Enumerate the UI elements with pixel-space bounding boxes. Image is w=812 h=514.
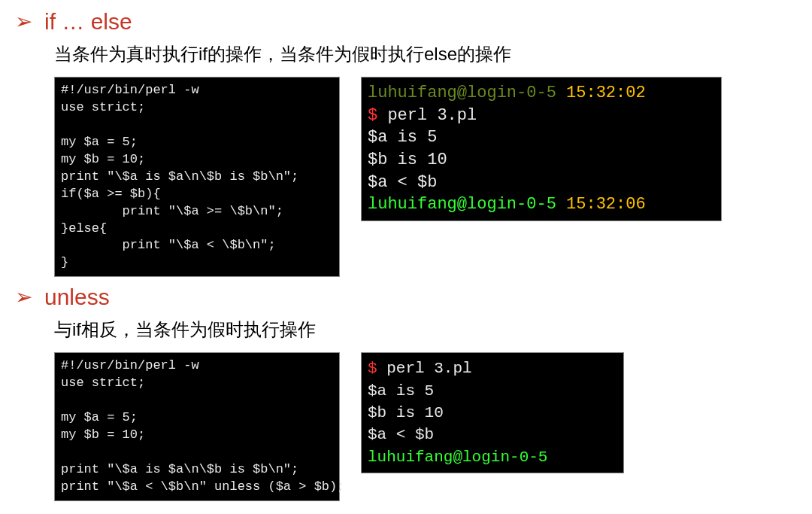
section-if-else: ➢ if … else 当条件为真时执行if的操作，当条件为假时执行else的操… <box>23 9 789 277</box>
code-source-block: #!/usr/bin/perl -w use strict; my $a = 5… <box>54 352 340 501</box>
section-description: 当条件为真时执行if的操作，当条件为假时执行else的操作 <box>54 42 789 66</box>
section-heading: unless <box>44 284 110 310</box>
code-row: #!/usr/bin/perl -w use strict; my $a = 5… <box>54 77 789 277</box>
code-row: #!/usr/bin/perl -w use strict; my $a = 5… <box>54 352 789 501</box>
code-output-block: luhuifang@login-0-5 15:32:02 $ perl 3.pl… <box>361 77 722 221</box>
code-output-block: $ perl 3.pl $a is 5 $b is 10 $a < $b luh… <box>361 352 624 473</box>
chevron-right-icon: ➢ <box>15 287 32 308</box>
code-source-block: #!/usr/bin/perl -w use strict; my $a = 5… <box>54 77 340 277</box>
section-unless: ➢ unless 与if相反，当条件为假时执行操作 #!/usr/bin/per… <box>23 284 789 501</box>
section-description: 与if相反，当条件为假时执行操作 <box>54 318 789 342</box>
chevron-right-icon: ➢ <box>15 11 32 32</box>
section-heading: if … else <box>44 9 132 35</box>
heading-row: ➢ if … else <box>23 9 789 35</box>
heading-row: ➢ unless <box>23 284 789 310</box>
